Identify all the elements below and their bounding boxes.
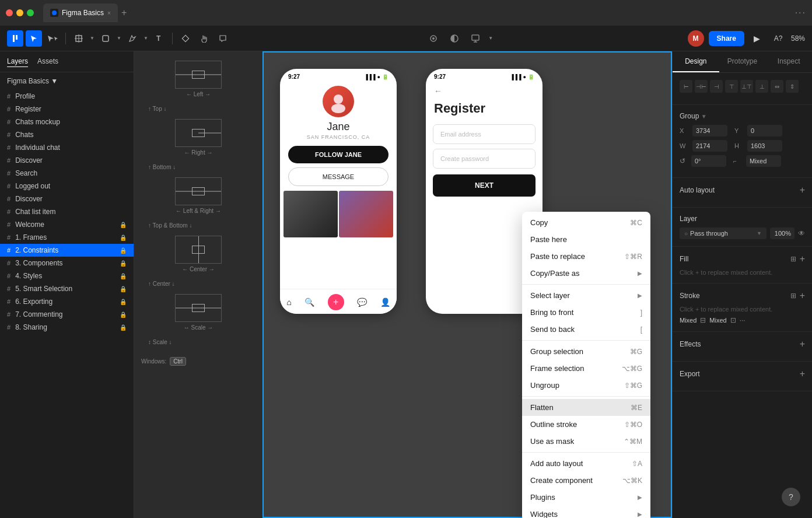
- canvas-area[interactable]: ← Left → ↑ Top ↓ ← Right → ↑ Bottom ↓ ← …: [134, 51, 672, 518]
- fill-grid-icon[interactable]: ⊞: [790, 255, 796, 263]
- screen-icon[interactable]: [467, 30, 484, 47]
- ctx-widgets[interactable]: Widgets ▶: [522, 506, 650, 518]
- tab-assets[interactable]: Assets: [37, 56, 58, 67]
- ctx-add-auto-layout[interactable]: Add auto layout ⇧A: [522, 455, 650, 472]
- layer-item-commenting[interactable]: # 7. Commenting 🔒: [0, 308, 134, 321]
- tab-layers[interactable]: Layers: [7, 56, 28, 67]
- layer-item-discover[interactable]: # Discover: [0, 154, 134, 167]
- pen-tool-arrow[interactable]: ▼: [143, 30, 149, 47]
- ctx-plugins[interactable]: Plugins ▶: [522, 489, 650, 506]
- layer-item-discover2[interactable]: # Discover: [0, 192, 134, 205]
- ctx-create-component[interactable]: Create component ⌥⌘K: [522, 472, 650, 489]
- next-button[interactable]: NEXT: [433, 174, 536, 197]
- stroke-more-icon[interactable]: ···: [740, 316, 746, 324]
- stroke-align-icon[interactable]: ⊟: [700, 316, 706, 324]
- spellcheck-button[interactable]: A?: [770, 30, 786, 47]
- ctx-copy[interactable]: Copy ⌘C: [522, 214, 650, 231]
- layer-item-sharing[interactable]: # 8. Sharing 🔒: [0, 321, 134, 334]
- tab-close-icon[interactable]: ×: [107, 10, 111, 16]
- ctx-select-layer[interactable]: Select layer ▶: [522, 287, 650, 304]
- breadcrumb[interactable]: Figma Basics ▼: [7, 77, 58, 85]
- hand-tool-button[interactable]: [196, 30, 212, 47]
- email-input[interactable]: Email address: [433, 124, 536, 144]
- stroke-add-icon[interactable]: +: [800, 290, 805, 301]
- auto-layout-add-icon[interactable]: +: [800, 185, 805, 195]
- new-tab-button[interactable]: +: [121, 8, 127, 18]
- distribute-h-icon[interactable]: ⇔: [771, 80, 783, 93]
- layer-item-chats-mockup[interactable]: # Chats mockup: [0, 116, 134, 128]
- layer-item-logged-out[interactable]: # Logged out: [0, 180, 134, 192]
- comment-tool-button[interactable]: [215, 30, 231, 47]
- play-button[interactable]: ▶: [749, 30, 765, 47]
- password-input[interactable]: Create password: [433, 149, 536, 169]
- component-icon[interactable]: [425, 30, 442, 47]
- message-button[interactable]: MESSAGE: [288, 167, 388, 186]
- ctx-copy-paste-as[interactable]: Copy/Paste as ▶: [522, 265, 650, 282]
- tab-inspect[interactable]: Inspect: [765, 51, 812, 72]
- ctx-flatten[interactable]: Flatten ⌘E: [522, 399, 650, 416]
- h-input[interactable]: [747, 140, 782, 152]
- w-input[interactable]: [692, 140, 727, 152]
- layer-item-constraints[interactable]: # 2. Constraints 🔒: [0, 244, 134, 257]
- layer-item-frames[interactable]: # 1. Frames 🔒: [0, 231, 134, 244]
- ctx-group-selection[interactable]: Group selection ⌘G: [522, 343, 650, 360]
- stroke-grid-icon[interactable]: ⊞: [790, 292, 796, 300]
- x-input[interactable]: [692, 125, 727, 136]
- layer-item-profile[interactable]: # Profile: [0, 90, 134, 103]
- tab-prototype[interactable]: Prototype: [719, 51, 766, 72]
- close-button[interactable]: [6, 9, 13, 16]
- components-button[interactable]: [177, 30, 194, 47]
- y-input[interactable]: [747, 125, 782, 136]
- text-tool-button[interactable]: T: [151, 30, 167, 47]
- active-tab[interactable]: Figma Basics ×: [43, 4, 118, 22]
- layer-item-register[interactable]: # Register: [0, 103, 134, 116]
- align-center-v-icon[interactable]: ⊥⊤: [740, 80, 753, 93]
- contrast-icon[interactable]: [446, 30, 463, 47]
- ctx-send-to-back[interactable]: Send to back [: [522, 321, 650, 338]
- layer-item-smart-selection[interactable]: # 5. Smart Selection 🔒: [0, 282, 134, 295]
- align-center-h-icon[interactable]: ⊣⊢: [695, 80, 708, 93]
- layer-item-components[interactable]: # 3. Components 🔒: [0, 257, 134, 270]
- shape-tool-button[interactable]: [97, 30, 114, 47]
- ctx-outline-stroke[interactable]: Outline stroke ⇧⌘O: [522, 416, 650, 433]
- ctx-bring-to-front[interactable]: Bring to front ]: [522, 304, 650, 321]
- distribute-v-icon[interactable]: ⇕: [786, 80, 799, 93]
- align-right-icon[interactable]: ⊣: [710, 80, 723, 93]
- ctx-use-as-mask[interactable]: Use as mask ⌃⌘M: [522, 433, 650, 450]
- align-top-icon[interactable]: ⊤: [725, 80, 738, 93]
- help-button[interactable]: ?: [782, 488, 800, 506]
- move-tool-group[interactable]: [44, 30, 61, 47]
- stroke-options-icon[interactable]: ⊡: [730, 316, 736, 324]
- blend-mode-select[interactable]: ○ Pass through ▼: [680, 228, 766, 239]
- tab-design[interactable]: Design: [673, 51, 719, 72]
- more-options-icon[interactable]: ···: [795, 8, 806, 18]
- opacity-input[interactable]: [770, 228, 794, 239]
- follow-button[interactable]: FOLLOW JANE: [288, 146, 388, 163]
- ctx-paste-to-replace[interactable]: Paste to replace ⇧⌘R: [522, 248, 650, 265]
- align-bottom-icon[interactable]: ⊥: [755, 80, 768, 93]
- ctx-ungroup[interactable]: Ungroup ⇧⌘G: [522, 377, 650, 394]
- frame-tool-arrow[interactable]: ▼: [89, 30, 95, 47]
- figma-menu-button[interactable]: [7, 30, 23, 47]
- eye-icon[interactable]: 👁: [798, 229, 805, 237]
- layer-item-chat-list-item[interactable]: # Chat list item: [0, 205, 134, 218]
- align-left-icon[interactable]: ⊢: [680, 80, 692, 93]
- export-add-icon[interactable]: +: [800, 369, 805, 379]
- maximize-button[interactable]: [27, 9, 34, 16]
- zoom-level[interactable]: 58%: [791, 34, 805, 43]
- layer-item-exporting[interactable]: # 6. Exporting 🔒: [0, 295, 134, 308]
- minimize-button[interactable]: [16, 9, 23, 16]
- rotation-input[interactable]: [691, 155, 726, 167]
- ctx-frame-selection[interactable]: Frame selection ⌥⌘G: [522, 360, 650, 377]
- fill-add-icon[interactable]: +: [800, 254, 805, 264]
- frame-tool-button[interactable]: [71, 30, 87, 47]
- pen-tool-button[interactable]: [124, 30, 141, 47]
- layer-item-search[interactable]: # Search: [0, 167, 134, 180]
- shape-tool-arrow[interactable]: ▼: [116, 30, 122, 47]
- effects-add-icon[interactable]: +: [800, 339, 805, 349]
- layer-item-chats[interactable]: # Chats: [0, 128, 134, 141]
- ctx-paste-here[interactable]: Paste here: [522, 231, 650, 248]
- layer-item-welcome[interactable]: # Welcome 🔒: [0, 218, 134, 231]
- move-tool-button[interactable]: [26, 30, 42, 47]
- share-button[interactable]: Share: [709, 31, 744, 46]
